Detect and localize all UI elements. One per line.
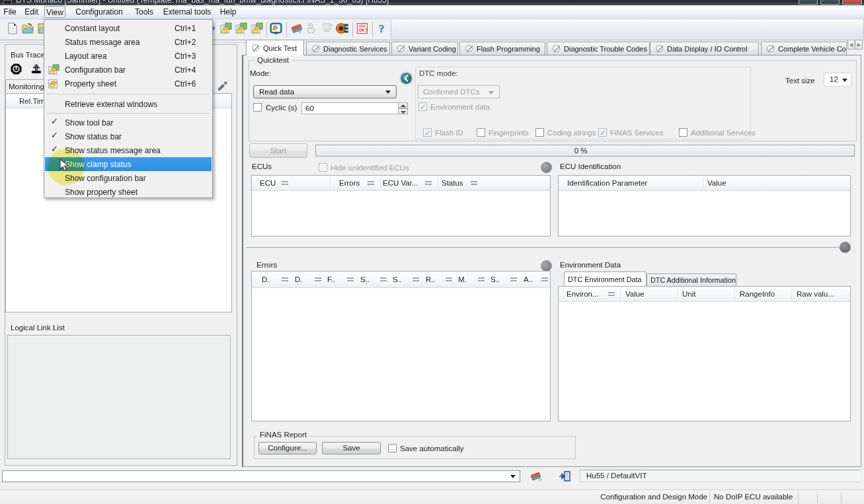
logical-link-list-box[interactable]: [7, 335, 231, 459]
new-document-icon[interactable]: [7, 22, 19, 34]
tab-diagnostic-trouble-codes[interactable]: Diagnostic Trouble Codes: [547, 42, 650, 55]
column-separator[interactable]: [703, 177, 703, 189]
menu-item-show-property-sheet[interactable]: Show property sheet: [45, 185, 212, 199]
filter-icon[interactable]: [471, 181, 477, 185]
open-folder-icon[interactable]: [22, 22, 34, 34]
filter-icon[interactable]: [315, 277, 321, 281]
configuration-bar-icon[interactable]: [220, 22, 232, 34]
menu-item-configuration-bar[interactable]: Configuration bar Ctrl+4: [45, 63, 212, 77]
save-button[interactable]: Save: [322, 442, 381, 454]
tab-variant-coding[interactable]: Variant Coding: [391, 42, 458, 55]
filter-icon[interactable]: [541, 277, 548, 281]
column-separator[interactable]: [438, 177, 438, 189]
environment-data-checkbox[interactable]: ✓: [418, 102, 427, 111]
filter-icon[interactable]: [368, 181, 374, 185]
filter-icon[interactable]: [478, 277, 485, 281]
tab-data-display-io-control[interactable]: Data Display / IO Control: [650, 42, 759, 55]
ecus-table[interactable]: ECU Errors ECU Var... Status: [251, 175, 551, 236]
menu-item-constant-layout[interactable]: Constant layout Ctrl+1: [45, 21, 212, 35]
tab-monitoring[interactable]: Monitoring: [5, 79, 46, 93]
filter-icon[interactable]: [425, 181, 432, 185]
spin-down-button[interactable]: [398, 108, 408, 114]
tab-complete-vehicle-coding[interactable]: Complete Vehicle Coding: [761, 42, 847, 55]
collapse-panel-button[interactable]: [401, 73, 412, 84]
menu-file[interactable]: File: [1, 6, 19, 18]
column-separator[interactable]: [330, 177, 331, 189]
minimize-button[interactable]: [799, 0, 818, 5]
brush-icon[interactable]: [217, 79, 229, 91]
tab-flash-programming[interactable]: Flash Programming: [459, 42, 545, 55]
mode-combobox[interactable]: Read data: [253, 85, 397, 98]
filter-icon[interactable]: [347, 277, 354, 281]
ecu-offline-icon[interactable]: [306, 22, 318, 34]
column-separator[interactable]: [677, 288, 678, 300]
maximize-button[interactable]: [820, 0, 840, 5]
eraser-icon[interactable]: [291, 22, 303, 34]
help-icon[interactable]: ?: [377, 22, 389, 34]
eject-trace-icon[interactable]: [30, 63, 42, 75]
configure-button[interactable]: Configure...: [258, 442, 317, 454]
horizontal-splitter[interactable]: [246, 247, 840, 248]
filter-icon[interactable]: [282, 277, 288, 281]
layout-window-icon[interactable]: [251, 22, 263, 34]
filter-icon[interactable]: [446, 277, 452, 281]
subtab-dtc-environment-data[interactable]: DTC Environment Data: [564, 271, 647, 286]
filter-icon[interactable]: [608, 292, 615, 296]
menu-item-retrieve-external-windows[interactable]: Retrieve external windows: [45, 97, 212, 111]
ecu-online-icon[interactable]: [321, 22, 333, 34]
splitter-handle[interactable]: [840, 242, 851, 253]
dtc-mode-combobox[interactable]: Confirmed DTCs: [418, 85, 500, 98]
save-automatically-checkbox[interactable]: [388, 444, 397, 452]
column-rel-time[interactable]: Rel.Tim: [19, 97, 45, 105]
menu-item-property-sheet[interactable]: Property sheet Ctrl+6: [45, 77, 212, 90]
filter-icon[interactable]: [412, 277, 419, 281]
tab-scroll-left-button[interactable]: ◀: [847, 40, 855, 50]
menu-help[interactable]: Help: [217, 6, 239, 18]
hide-unidentified-ecus-checkbox[interactable]: [319, 163, 327, 172]
cyclic-checkbox[interactable]: [253, 103, 262, 112]
menu-edit[interactable]: Edit: [22, 6, 40, 18]
menu-item-show-status-message-area[interactable]: ✓ Show status message area: [45, 143, 212, 157]
menu-external-tools[interactable]: External tools: [160, 6, 214, 18]
errors-table[interactable]: D. D. F.. S.. S.. R.. M. S.. A..: [251, 271, 551, 421]
additional-services-checkbox[interactable]: [679, 128, 687, 137]
coding-strings-checkbox[interactable]: [535, 128, 544, 137]
tab-scroll-right-button[interactable]: ▶: [855, 40, 863, 50]
environment-data-table[interactable]: Environ... Value Unit RangeInfo Raw valu…: [558, 286, 851, 421]
text-size-combobox[interactable]: 12: [824, 73, 851, 87]
close-button[interactable]: [842, 0, 862, 5]
subtab-dtc-additional-information[interactable]: DTC Additional Information: [647, 273, 736, 286]
connect-icon[interactable]: [559, 470, 571, 482]
stop-trace-icon[interactable]: [11, 63, 22, 75]
tab-quick-test[interactable]: Quick Test: [246, 40, 304, 55]
column-separator[interactable]: [791, 288, 792, 300]
column-separator[interactable]: [734, 288, 735, 300]
property-sheet-icon[interactable]: [235, 22, 247, 34]
filter-icon[interactable]: [510, 277, 517, 281]
column-separator[interactable]: [620, 288, 621, 300]
fingerprints-checkbox[interactable]: [477, 128, 485, 137]
menu-separator: [47, 113, 210, 114]
cyclic-seconds-input[interactable]: 60: [301, 102, 399, 114]
menu-view[interactable]: View: [44, 6, 65, 18]
menu-tools[interactable]: Tools: [131, 6, 157, 18]
ecu-identification-table[interactable]: Identification Parameter Value: [558, 175, 851, 236]
menu-item-show-tool-bar[interactable]: ✓ Show tool bar: [45, 116, 212, 129]
tab-diagnostic-services[interactable]: Diagnostic Services: [306, 42, 390, 55]
menu-configuration[interactable]: Configuration: [71, 6, 127, 18]
menu-item-show-status-bar[interactable]: ✓ Show status bar: [45, 129, 212, 143]
finas-services-checkbox[interactable]: ✓: [598, 128, 607, 137]
spin-up-button[interactable]: [398, 102, 408, 108]
column-separator[interactable]: [380, 177, 381, 189]
filter-icon[interactable]: [380, 277, 387, 281]
channel-combobox[interactable]: [2, 470, 520, 482]
filter-icon[interactable]: [282, 181, 288, 185]
oe-logo-icon[interactable]: [336, 22, 349, 34]
menu-item-layout-area[interactable]: Layout area Ctrl+3: [45, 49, 212, 63]
start-button[interactable]: Start: [249, 143, 307, 158]
bus-monitor-icon[interactable]: [270, 22, 283, 34]
flash-id-checkbox[interactable]: ✓: [423, 128, 432, 137]
ok-check-icon[interactable]: OK?: [356, 22, 368, 34]
menu-item-status-message-area[interactable]: Status message area Ctrl+2: [45, 35, 212, 49]
clear-icon[interactable]: [530, 471, 543, 482]
